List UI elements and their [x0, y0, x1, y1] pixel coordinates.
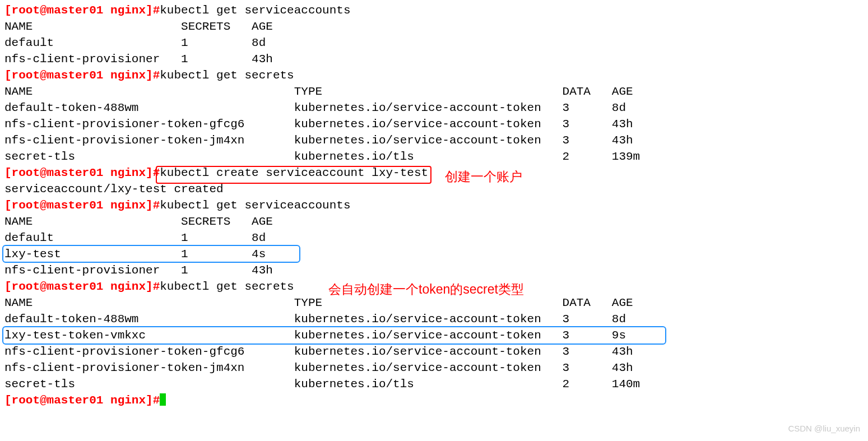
- highlight-box-blue: [2, 326, 666, 345]
- shell-prompt: [root@master01 nginx]#: [4, 394, 160, 407]
- output-row: secret-tls kubernetes.io/tls 2 140m: [4, 376, 864, 392]
- command-text: kubectl get secrets: [160, 280, 294, 293]
- output-header: NAME SECRETS AGE: [4, 213, 864, 230]
- output-row: default 1 8d: [4, 35, 864, 51]
- output-row: default-token-488wm kubernetes.io/servic…: [4, 311, 864, 327]
- annotation-create-account: 创建一个账户: [445, 169, 522, 185]
- output-row: nfs-client-provisioner-token-gfcg6 kuber…: [4, 343, 864, 360]
- terminal-line[interactable]: [root@master01 nginx]#: [4, 392, 864, 408]
- output-row: secret-tls kubernetes.io/tls 2 139m: [4, 148, 864, 165]
- terminal-line: [root@master01 nginx]#kubectl get servic…: [4, 197, 864, 213]
- watermark: CSDN @liu_xueyin: [788, 420, 860, 437]
- highlight-box-red: [156, 166, 431, 184]
- output-row: default 1 8d: [4, 230, 864, 246]
- shell-prompt: [root@master01 nginx]#: [4, 4, 160, 17]
- shell-prompt: [root@master01 nginx]#: [4, 199, 160, 212]
- shell-prompt: [root@master01 nginx]#: [4, 69, 160, 82]
- terminal-line: [root@master01 nginx]#kubectl get secret…: [4, 67, 864, 83]
- cursor-icon: [160, 393, 166, 406]
- output-row: nfs-client-provisioner-token-jm4xn kuber…: [4, 132, 864, 148]
- annotation-auto-token: 会自动创建一个token的secret类型: [328, 281, 524, 298]
- output-row: nfs-client-provisioner 1 43h: [4, 51, 864, 67]
- command-text: kubectl get serviceaccounts: [160, 199, 350, 212]
- command-text: kubectl get secrets: [160, 69, 294, 82]
- output-header: NAME SECRETS AGE: [4, 18, 864, 35]
- highlight-box-blue: [2, 245, 300, 263]
- terminal-line: [root@master01 nginx]#kubectl get servic…: [4, 2, 864, 18]
- command-text: kubectl get serviceaccounts: [160, 4, 350, 17]
- shell-prompt: [root@master01 nginx]#: [4, 166, 160, 179]
- shell-prompt: [root@master01 nginx]#: [4, 280, 160, 293]
- terminal-line: [root@master01 nginx]#kubectl create ser…: [4, 165, 864, 181]
- output-row: nfs-client-provisioner 1 43h: [4, 262, 864, 278]
- output-row: default-token-488wm kubernetes.io/servic…: [4, 100, 864, 116]
- output-row: nfs-client-provisioner-token-jm4xn kuber…: [4, 360, 864, 376]
- output-row: serviceaccount/lxy-test created: [4, 181, 864, 197]
- output-row: nfs-client-provisioner-token-gfcg6 kuber…: [4, 116, 864, 132]
- output-header: NAME TYPE DATA AGE: [4, 83, 864, 100]
